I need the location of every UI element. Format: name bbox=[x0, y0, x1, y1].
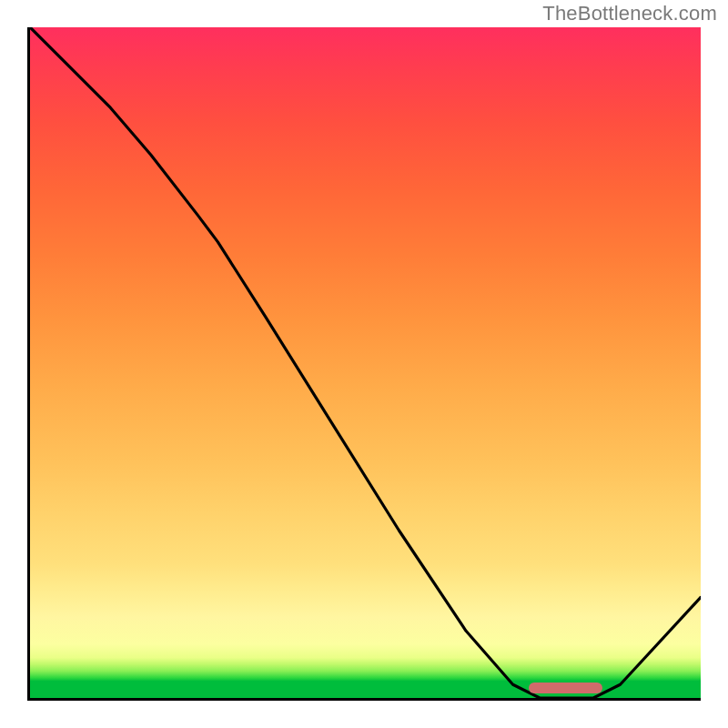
minimum-marker bbox=[529, 682, 602, 693]
chart-line-series bbox=[30, 27, 701, 698]
chart-plot-area bbox=[27, 27, 701, 701]
attribution-text: TheBottleneck.com bbox=[542, 2, 717, 25]
